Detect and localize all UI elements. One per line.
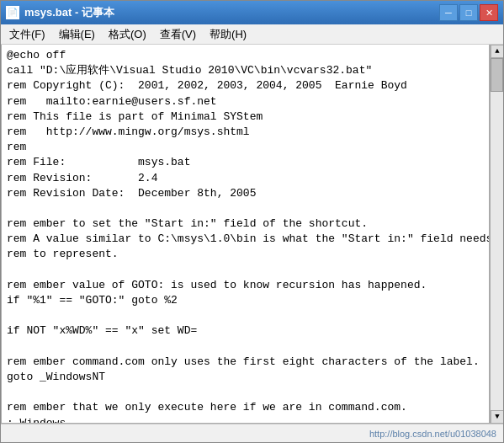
minimize-button[interactable]: ─ [439,4,458,21]
scroll-up-button[interactable]: ▲ [491,45,503,58]
content-area: @echo off call "D:\应用软件\Visual Studio 20… [1,45,503,424]
title-bar-left: 📄 msys.bat - 记事本 [6,5,114,20]
maximize-button[interactable]: □ [459,4,478,21]
scroll-track[interactable] [491,58,503,410]
watermark-text: http://blog.csdn.net/u01038048 [369,429,496,439]
scrollbar: ▲ ▼ [490,45,503,424]
menu-bar: 文件(F) 编辑(E) 格式(O) 查看(V) 帮助(H) [1,24,503,45]
scroll-down-button[interactable]: ▼ [491,410,503,424]
menu-view[interactable]: 查看(V) [153,25,203,44]
title-bar: 📄 msys.bat - 记事本 ─ □ ✕ [1,1,503,24]
menu-format[interactable]: 格式(O) [102,25,153,44]
title-bar-controls: ─ □ ✕ [439,4,498,21]
scroll-thumb[interactable] [491,58,503,92]
status-bar: http://blog.csdn.net/u01038048 [1,424,503,442]
close-button[interactable]: ✕ [480,4,498,21]
main-window: 📄 msys.bat - 记事本 ─ □ ✕ 文件(F) 编辑(E) 格式(O)… [0,0,504,443]
menu-help[interactable]: 帮助(H) [203,25,253,44]
text-editor[interactable]: @echo off call "D:\应用软件\Visual Studio 20… [1,45,490,424]
app-icon: 📄 [6,6,19,19]
window-title: msys.bat - 记事本 [24,5,114,20]
menu-edit[interactable]: 编辑(E) [52,25,102,44]
menu-file[interactable]: 文件(F) [3,25,52,44]
